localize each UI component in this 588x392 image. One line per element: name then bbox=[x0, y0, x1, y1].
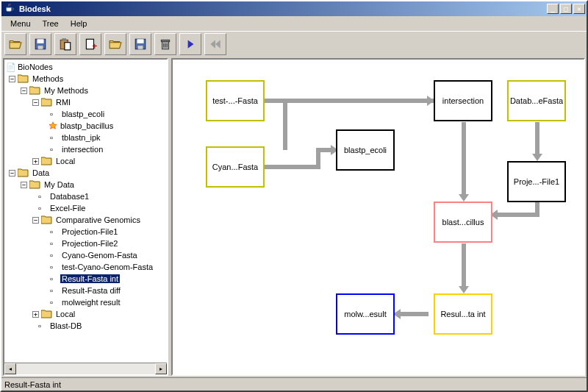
arrow-line bbox=[316, 148, 332, 152]
tree-item[interactable]: intersection bbox=[60, 145, 104, 154]
canvas-node-resul-ta-int[interactable]: Resul...ta int bbox=[434, 293, 492, 335]
delete-button[interactable] bbox=[154, 33, 176, 55]
minimize-button[interactable]: _ bbox=[547, 4, 559, 14]
tree-item[interactable]: Database1 bbox=[49, 192, 90, 201]
scroll-left-button[interactable]: ◂ bbox=[4, 363, 16, 374]
canvas-node-blastp-ecoli[interactable]: blastp_ecoli bbox=[336, 129, 395, 171]
tree-panel[interactable]: 📄BioNodes −Methods −My Methods −RMI ▫bla… bbox=[3, 58, 168, 376]
menu-tree[interactable]: Tree bbox=[37, 18, 65, 29]
tree-item[interactable]: Projection-File1 bbox=[60, 227, 119, 236]
svg-rect-2 bbox=[38, 46, 43, 49]
tree-methods[interactable]: Methods bbox=[31, 74, 65, 83]
canvas-node-molw-esult[interactable]: molw...esult bbox=[336, 293, 395, 335]
menu-help[interactable]: Help bbox=[65, 18, 93, 29]
tree-rmi[interactable]: RMI bbox=[54, 98, 72, 107]
new-page-button[interactable]: + bbox=[79, 33, 101, 55]
leaf-icon: ▫ bbox=[50, 144, 59, 154]
tree-item[interactable]: Blast-DB bbox=[49, 321, 83, 330]
tree-local[interactable]: Local bbox=[54, 157, 76, 165]
tree-item[interactable]: Cyano-Genom-Fasta bbox=[60, 251, 139, 260]
scroll-right-button[interactable]: ▸ bbox=[155, 363, 167, 374]
folder-icon bbox=[29, 179, 41, 190]
leaf-icon: ▫ bbox=[38, 203, 47, 213]
tree-item[interactable]: Result-Fasta diff bbox=[60, 286, 122, 295]
leaf-icon: ▫ bbox=[50, 250, 59, 260]
canvas-node-test-fasta[interactable]: test-...-Fasta bbox=[206, 80, 265, 121]
folder-icon bbox=[41, 156, 53, 166]
tree-comp-gen[interactable]: Comparative Genomics bbox=[54, 215, 142, 224]
tree-my-data[interactable]: My Data bbox=[43, 180, 76, 189]
close-button[interactable]: ✕ bbox=[573, 4, 585, 14]
tree-item[interactable]: blastp_bacillus bbox=[59, 121, 115, 130]
tree-item[interactable]: Excel-File bbox=[49, 204, 87, 213]
maximize-button[interactable]: □ bbox=[560, 4, 572, 14]
canvas-panel[interactable]: test-...-Fasta Cyan...Fasta blastp_ecoli… bbox=[171, 58, 585, 376]
horizontal-scrollbar[interactable]: ◂ ▸ bbox=[4, 363, 167, 374]
open-button[interactable] bbox=[4, 33, 26, 55]
tree-item[interactable]: blastp_ecoli bbox=[60, 110, 106, 118]
expander-icon[interactable]: − bbox=[32, 217, 39, 224]
expander-icon[interactable]: − bbox=[32, 99, 39, 106]
tree-item[interactable]: tblastn_ipk bbox=[60, 133, 102, 142]
canvas-node-proje-file1[interactable]: Proje...-File1 bbox=[507, 161, 566, 202]
arrow-line bbox=[265, 99, 434, 103]
save2-button[interactable] bbox=[129, 33, 151, 55]
window-buttons: _ □ ✕ bbox=[547, 4, 585, 14]
expander-icon[interactable]: − bbox=[21, 88, 27, 94]
rewind-button[interactable] bbox=[204, 33, 226, 55]
special-icon bbox=[49, 121, 57, 131]
tree-local2[interactable]: Local bbox=[54, 310, 76, 318]
tree: 📄BioNodes −Methods −My Methods −RMI ▫bla… bbox=[4, 60, 167, 333]
menu-menu[interactable]: Menu bbox=[4, 18, 37, 29]
leaf-icon: ▫ bbox=[50, 262, 59, 272]
folder-icon bbox=[41, 309, 53, 319]
svg-rect-4 bbox=[62, 38, 67, 40]
arrow-line bbox=[535, 122, 539, 155]
expander-icon[interactable]: + bbox=[32, 311, 39, 318]
java-icon bbox=[4, 3, 16, 15]
arrow-line bbox=[399, 312, 429, 316]
svg-rect-1 bbox=[37, 39, 44, 43]
svg-rect-9 bbox=[137, 39, 144, 43]
arrow-line bbox=[462, 122, 466, 196]
leaf-icon: ▫ bbox=[50, 285, 59, 296]
leaf-icon: ▫ bbox=[38, 191, 47, 202]
scroll-track[interactable] bbox=[16, 363, 155, 374]
tree-item[interactable]: molweight result bbox=[60, 298, 121, 307]
main-window: Biodesk _ □ ✕ Menu Tree Help + 📄BioNodes… bbox=[0, 0, 588, 392]
tree-item-selected[interactable]: Result-Fasta int bbox=[60, 274, 120, 283]
expander-icon[interactable]: − bbox=[9, 76, 15, 82]
tree-data[interactable]: Data bbox=[31, 168, 51, 177]
tree-root[interactable]: BioNodes bbox=[16, 63, 54, 71]
leaf-icon: ▫ bbox=[38, 321, 47, 331]
tree-item[interactable]: Projection-File2 bbox=[60, 239, 119, 248]
statusbar: Result-Fasta int bbox=[1, 377, 587, 391]
folder-icon bbox=[29, 85, 41, 96]
arrow-head-icon bbox=[459, 286, 469, 293]
tree-item[interactable]: test-Cyano-Genom-Fasta bbox=[60, 263, 154, 271]
canvas-node-cyan-fasta[interactable]: Cyan...Fasta bbox=[206, 146, 265, 188]
arrow-line bbox=[496, 213, 539, 217]
play-button[interactable] bbox=[179, 33, 201, 55]
doc-icon: 📄 bbox=[6, 62, 15, 72]
expander-icon[interactable]: − bbox=[9, 170, 15, 177]
tree-my-methods[interactable]: My Methods bbox=[43, 86, 90, 95]
arrow-head-icon bbox=[532, 154, 542, 161]
arrow-line bbox=[283, 99, 287, 150]
save-button[interactable] bbox=[29, 33, 51, 55]
open2-button[interactable] bbox=[104, 33, 126, 55]
leaf-icon: ▫ bbox=[50, 109, 59, 119]
canvas-node-intersection[interactable]: intersection bbox=[434, 80, 492, 121]
canvas-node-datab-fasta[interactable]: Datab...eFasta bbox=[507, 80, 566, 121]
expander-icon[interactable]: − bbox=[21, 182, 27, 188]
folder-icon bbox=[18, 74, 29, 84]
svg-rect-5 bbox=[65, 43, 71, 50]
paste-button[interactable] bbox=[54, 33, 76, 55]
leaf-icon: ▫ bbox=[50, 238, 59, 249]
main-area: 📄BioNodes −Methods −My Methods −RMI ▫bla… bbox=[1, 57, 587, 377]
menubar: Menu Tree Help bbox=[1, 16, 587, 31]
leaf-icon: ▫ bbox=[50, 132, 59, 143]
expander-icon[interactable]: + bbox=[32, 158, 39, 165]
svg-rect-10 bbox=[138, 46, 143, 49]
canvas-node-blast-cillus[interactable]: blast...cillus bbox=[434, 202, 492, 243]
